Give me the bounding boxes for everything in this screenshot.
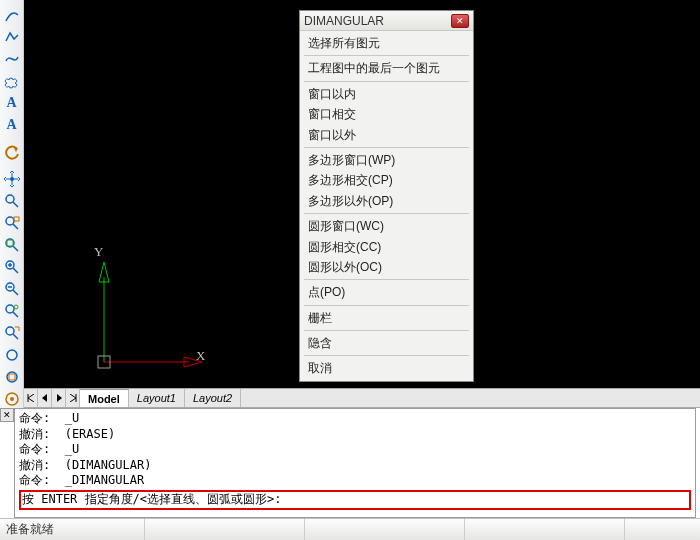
cloud-icon[interactable] bbox=[2, 72, 22, 90]
rectangle-icon[interactable] bbox=[2, 368, 22, 386]
zoom-in-icon[interactable] bbox=[2, 258, 22, 276]
menu-item[interactable]: 选择所有图元 bbox=[300, 33, 473, 53]
tab-nav-last-icon[interactable] bbox=[66, 389, 80, 407]
tab-layout1[interactable]: Layout1 bbox=[129, 389, 185, 407]
menu-item[interactable]: 圆形以外(OC) bbox=[300, 257, 473, 277]
svg-point-8 bbox=[6, 305, 14, 313]
menu-item[interactable]: 圆形窗口(WC) bbox=[300, 216, 473, 236]
text-multi-icon[interactable]: A bbox=[2, 116, 22, 134]
svg-point-0 bbox=[10, 177, 14, 181]
svg-point-9 bbox=[14, 305, 18, 309]
command-line: 命令: _U bbox=[19, 411, 691, 427]
menu-item[interactable]: 多边形相交(CP) bbox=[300, 170, 473, 190]
menu-item[interactable]: 隐含 bbox=[300, 333, 473, 353]
zoom-dynamic-icon[interactable] bbox=[2, 324, 22, 342]
menu-item[interactable]: 窗口以外 bbox=[300, 125, 473, 145]
dialog-title-text: DIMANGULAR bbox=[304, 14, 451, 28]
command-window[interactable]: 命令: _U撤消: (ERASE)命令: _U撤消: (DIMANGULAR)命… bbox=[14, 408, 696, 518]
command-prompt: 按 ENTER 指定角度/<选择直线、圆弧或圆形>: bbox=[19, 490, 691, 510]
dimangular-dialog: DIMANGULAR ✕ 选择所有图元工程图中的最后一个图元窗口以内窗口相交窗口… bbox=[299, 10, 474, 382]
cmd-close-icon[interactable]: ✕ bbox=[0, 408, 14, 422]
undo-icon[interactable] bbox=[2, 143, 22, 161]
tab-nav-first-icon[interactable] bbox=[24, 389, 38, 407]
command-line: 撤消: (DIMANGULAR) bbox=[19, 458, 691, 474]
circle-icon[interactable] bbox=[2, 346, 22, 364]
svg-rect-5 bbox=[7, 240, 13, 246]
menu-item[interactable]: 窗口以内 bbox=[300, 84, 473, 104]
svg-point-10 bbox=[6, 327, 14, 335]
layout-tabs-bar: ModelLayout1Layout2 bbox=[24, 388, 700, 408]
svg-point-15 bbox=[10, 397, 14, 401]
command-line: 命令: _DIMANGULAR bbox=[19, 473, 691, 489]
zoom-realtime-icon[interactable] bbox=[2, 302, 22, 320]
text-single-icon[interactable]: A bbox=[2, 94, 22, 112]
tab-layout2[interactable]: Layout2 bbox=[185, 389, 241, 407]
ucs-y-label: Y bbox=[94, 244, 103, 260]
close-icon[interactable]: ✕ bbox=[451, 14, 469, 28]
zoom-window-icon[interactable] bbox=[2, 236, 22, 254]
ucs-icon: Y X bbox=[84, 252, 204, 372]
svg-rect-3 bbox=[14, 217, 19, 221]
svg-point-1 bbox=[6, 195, 14, 203]
zoom-out-icon[interactable] bbox=[2, 280, 22, 298]
arc-icon[interactable] bbox=[2, 6, 22, 24]
spline-icon[interactable] bbox=[2, 50, 22, 68]
dialog-titlebar[interactable]: DIMANGULAR ✕ bbox=[300, 11, 473, 31]
menu-item[interactable]: 窗口相交 bbox=[300, 104, 473, 124]
menu-item[interactable]: 工程图中的最后一个图元 bbox=[300, 58, 473, 78]
command-line: 命令: _U bbox=[19, 442, 691, 458]
zoom-extents-icon[interactable] bbox=[2, 214, 22, 232]
donut-icon[interactable] bbox=[2, 390, 22, 408]
left-toolbar: A A bbox=[0, 0, 24, 410]
status-text: 准备就绪 bbox=[6, 521, 54, 538]
pan-icon[interactable] bbox=[2, 170, 22, 188]
tab-nav-next-icon[interactable] bbox=[52, 389, 66, 407]
svg-point-11 bbox=[7, 350, 17, 360]
menu-item[interactable]: 多边形以外(OP) bbox=[300, 191, 473, 211]
zoom-box-icon[interactable] bbox=[2, 192, 22, 210]
dialog-body: 选择所有图元工程图中的最后一个图元窗口以内窗口相交窗口以外多边形窗口(WP)多边… bbox=[300, 31, 473, 381]
menu-item[interactable]: 多边形窗口(WP) bbox=[300, 150, 473, 170]
menu-item[interactable]: 栅栏 bbox=[300, 308, 473, 328]
tab-model[interactable]: Model bbox=[80, 389, 129, 407]
svg-point-2 bbox=[6, 217, 14, 225]
polyline-icon[interactable] bbox=[2, 28, 22, 46]
command-line: 撤消: (ERASE) bbox=[19, 427, 691, 443]
menu-item[interactable]: 取消 bbox=[300, 358, 473, 378]
svg-rect-13 bbox=[9, 374, 15, 380]
ucs-x-label: X bbox=[196, 348, 205, 364]
status-bar: 准备就绪 bbox=[0, 518, 700, 540]
menu-item[interactable]: 圆形相交(CC) bbox=[300, 237, 473, 257]
menu-item[interactable]: 点(PO) bbox=[300, 282, 473, 302]
drawing-canvas[interactable]: Y X DIMANGULAR ✕ 选择所有图元工程图中的最后一个图元窗口以内窗口… bbox=[24, 0, 700, 388]
tab-nav-prev-icon[interactable] bbox=[38, 389, 52, 407]
